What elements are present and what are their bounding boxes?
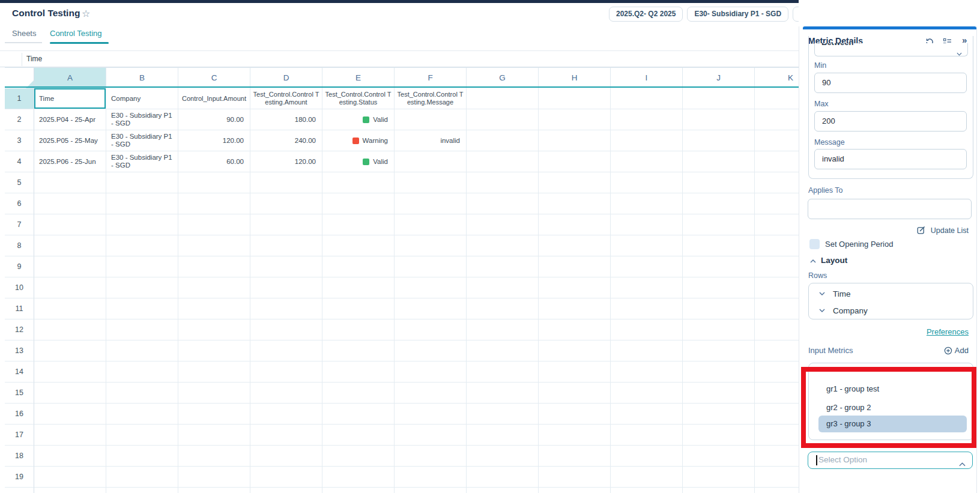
cell-I2[interactable] [611,109,683,130]
cell-I14[interactable] [611,361,683,383]
cell-G18[interactable] [467,446,539,467]
cell-I13[interactable] [611,340,683,361]
cell-D2[interactable]: 180.00 [250,109,322,130]
cell-B18[interactable] [106,446,178,467]
preferences-link[interactable]: Preferences [927,327,969,336]
cell-B2[interactable]: E30 - Subsidiary P1 - SGD [106,109,178,130]
cell-B9[interactable] [106,256,178,277]
entity-pill[interactable]: E30- Subsidiary P1 - SGD [687,7,788,22]
cell-C16[interactable] [178,404,250,425]
row-header-9[interactable]: 9 [5,256,34,277]
cell-C15[interactable] [178,383,250,404]
cell-J13[interactable] [683,340,755,361]
cell-D7[interactable] [250,214,322,235]
rows-item-company[interactable]: Company [819,302,868,319]
cell-K18[interactable] [755,446,799,467]
row-header-15[interactable]: 15 [5,383,34,404]
cell-D19[interactable] [250,467,322,488]
cell-A11[interactable] [34,298,106,319]
applies-to-input[interactable] [808,199,972,219]
cell-G7[interactable] [467,214,539,235]
cell-C17[interactable] [178,425,250,446]
cell-E15[interactable] [322,383,395,404]
layout-section-toggle[interactable]: Layout [810,255,847,265]
rows-item-time[interactable]: Time [819,285,851,302]
cell-J12[interactable] [683,319,755,340]
cell-J7[interactable] [683,214,755,235]
cell-H13[interactable] [539,340,611,361]
cell-D9[interactable] [250,256,322,277]
cell-B19[interactable] [106,467,178,488]
cell-B6[interactable] [106,193,178,214]
row-header-6[interactable]: 6 [5,193,34,214]
cell-F17[interactable] [395,425,467,446]
cell-I18[interactable] [611,446,683,467]
cell-F8[interactable] [395,235,467,256]
cell-F10[interactable] [395,277,467,298]
row-header-17[interactable]: 17 [5,425,34,446]
spreadsheet-grid[interactable]: ABCDEFGHIJK1TimeCompanyControl_Input.Amo… [5,67,799,493]
cell-G13[interactable] [467,340,539,361]
cell-F4[interactable] [395,151,467,172]
cell-E7[interactable] [322,214,395,235]
cell-E10[interactable] [322,277,395,298]
cell-F15[interactable] [395,383,467,404]
cell-A5[interactable] [34,172,106,193]
cell-C10[interactable] [178,277,250,298]
cell-B5[interactable] [106,172,178,193]
cell-D6[interactable] [250,193,322,214]
column-header-D[interactable]: D [250,68,322,88]
cell-E14[interactable] [322,361,395,383]
cell-J15[interactable] [683,383,755,404]
cell-C20[interactable] [178,488,250,493]
cell-H18[interactable] [539,446,611,467]
cell-G6[interactable] [467,193,539,214]
cell-D17[interactable] [250,425,322,446]
column-header-E[interactable]: E [322,68,395,88]
row-header-10[interactable]: 10 [5,277,34,298]
cell-F18[interactable] [395,446,467,467]
cell-D1[interactable]: Test_Control.Control Testing.Amount [250,88,322,109]
cell-G19[interactable] [467,467,539,488]
cell-B4[interactable]: E30 - Subsidiary P1 - SGD [106,151,178,172]
row-header-2[interactable]: 2 [5,109,34,130]
cell-D13[interactable] [250,340,322,361]
cell-J17[interactable] [683,425,755,446]
cell-A20[interactable] [34,488,106,493]
row-header-14[interactable]: 14 [5,361,34,383]
cell-D15[interactable] [250,383,322,404]
max-input[interactable]: 200 [814,111,967,132]
cell-I6[interactable] [611,193,683,214]
cell-G11[interactable] [467,298,539,319]
cell-C13[interactable] [178,340,250,361]
cell-D3[interactable]: 240.00 [250,130,322,151]
tab-control-testing[interactable]: Control Testing [50,29,101,38]
cell-F16[interactable] [395,404,467,425]
cell-K2[interactable] [755,109,799,130]
row-header-4[interactable]: 4 [5,151,34,172]
cell-K20[interactable] [755,488,799,493]
cell-C9[interactable] [178,256,250,277]
cell-E16[interactable] [322,404,395,425]
cell-H2[interactable] [539,109,611,130]
cell-I8[interactable] [611,235,683,256]
cell-I19[interactable] [611,467,683,488]
cell-I12[interactable] [611,319,683,340]
cell-G2[interactable] [467,109,539,130]
column-header-J[interactable]: J [683,68,755,88]
cell-K5[interactable] [755,172,799,193]
cell-C6[interactable] [178,193,250,214]
scenario-pill[interactable]: 2025.Q2- Q2 2025 [609,7,683,22]
cell-C8[interactable] [178,235,250,256]
cell-F5[interactable] [395,172,467,193]
cell-G17[interactable] [467,425,539,446]
row-header-13[interactable]: 13 [5,340,34,361]
cell-F12[interactable] [395,319,467,340]
cell-D8[interactable] [250,235,322,256]
cell-H17[interactable] [539,425,611,446]
cell-E1[interactable]: Test_Control.Control Testing.Status [322,88,395,109]
cell-B8[interactable] [106,235,178,256]
row-header-12[interactable]: 12 [5,319,34,340]
row-header-16[interactable]: 16 [5,404,34,425]
cell-E2[interactable]: Valid [322,109,395,130]
